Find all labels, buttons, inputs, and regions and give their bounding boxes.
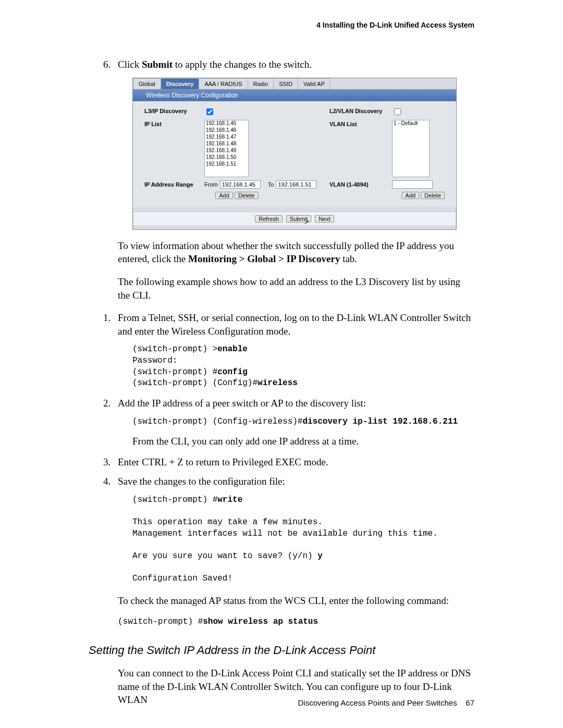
ip-list-select[interactable]: 192.168.1.45 192.168.1.46 192.168.1.47 1… — [204, 120, 249, 177]
ip-range-label: IP Address Range — [144, 180, 204, 188]
step-2: 2. Add the IP address of a peer switch o… — [89, 397, 474, 410]
refresh-button[interactable]: Refresh — [255, 215, 283, 223]
cli-block-1: (switch-prompt) >enable Password: (switc… — [132, 344, 474, 389]
t-b: config — [217, 367, 248, 377]
t: (switch-prompt) (Config-wireless)# — [132, 417, 302, 426]
step-num: 3. — [103, 455, 118, 469]
step-text: Enter CTRL + Z to return to Privileged E… — [118, 455, 474, 469]
para-example: The following example shows how to add a… — [118, 275, 474, 302]
vlan-option[interactable]: 1 - Default — [393, 120, 429, 127]
tab-bar: Global Discovery AAA / RADIUS Radio SSID… — [133, 78, 456, 90]
t: (switch-prompt) > — [132, 344, 217, 354]
from-label: From — [204, 181, 218, 188]
ip-from-input[interactable] — [220, 180, 261, 189]
ip-option[interactable]: 192.168.1.46 — [205, 127, 248, 134]
ip-option[interactable]: 192.168.1.47 — [205, 134, 248, 141]
para-check: To check the managed AP status from the … — [118, 594, 474, 608]
vlan-list-label: VLAN List — [329, 120, 392, 127]
t-b: wireless — [258, 378, 298, 388]
cli-block-2: (switch-prompt) (Config-wireless)#discov… — [132, 416, 474, 428]
ip-option[interactable]: 192.168.1.49 — [205, 147, 248, 154]
ip-option[interactable]: 192.168.1.51 — [205, 161, 248, 168]
t-b: write — [217, 495, 242, 504]
step-1: 1. From a Telnet, SSH, or serial connect… — [89, 311, 474, 338]
tab-global[interactable]: Global — [133, 78, 161, 89]
tab-aaa-radius[interactable]: AAA / RADIUS — [199, 78, 248, 89]
delete-button-left[interactable]: Delete — [235, 192, 259, 199]
step-text: From a Telnet, SSH, or serial connection… — [118, 311, 474, 338]
step-4: 4. Save the changes to the configuration… — [89, 475, 474, 488]
tab-radio[interactable]: Radio — [248, 78, 274, 89]
footer-page: 67 — [466, 698, 474, 707]
next-button[interactable]: Next — [315, 215, 334, 223]
tab-valid-ap[interactable]: Valid AP — [298, 78, 331, 89]
vlan-range-label: VLAN (1-4094) — [329, 180, 392, 188]
t-b: discovery ip-list 192.168.6.211 — [302, 417, 458, 426]
section-heading: Setting the Switch IP Address in the D-L… — [89, 644, 474, 657]
t: Are you sure you want to save? (y/n) — [132, 551, 317, 561]
t-b: show wireless ap status — [203, 617, 318, 626]
t-b: Submit — [142, 59, 173, 70]
step-num: 6. — [103, 58, 118, 71]
t-b: enable — [217, 344, 248, 354]
ip-option[interactable]: 192.168.1.50 — [205, 154, 248, 161]
add-button-left[interactable]: Add — [215, 192, 233, 199]
panel-title: Wireless Discovery Configuration — [133, 90, 456, 101]
ui-screenshot: Global Discovery AAA / RADIUS Radio SSID… — [132, 78, 457, 230]
to-label: To — [268, 181, 274, 188]
ip-option[interactable]: 192.168.1.48 — [205, 141, 248, 147]
ip-list-label: IP List — [144, 120, 204, 127]
step-6: 6. Click Submit to apply the changes to … — [89, 58, 474, 71]
step-text: Click Submit to apply the changes to the… — [118, 58, 474, 71]
t: Management interfaces will not be availa… — [132, 529, 438, 538]
step-num: 1. — [103, 311, 118, 338]
l2-discovery-checkbox[interactable] — [394, 108, 401, 115]
t: tab. — [340, 253, 357, 264]
cli-block-5: (switch-prompt) #show wireless ap status — [118, 616, 474, 628]
footer-text: Discovering Access Points and Peer Switc… — [298, 698, 457, 707]
l3-discovery-label: L3/IP Discovery — [144, 107, 204, 114]
t: (switch-prompt) # — [118, 617, 203, 626]
ip-to-input[interactable] — [276, 180, 316, 189]
para-view-info: To view information about whether the sw… — [118, 239, 474, 266]
page-footer: Discovering Access Points and Peer Switc… — [298, 698, 474, 707]
vlan-input[interactable] — [392, 180, 433, 189]
t-b: Monitoring > Global > IP Discovery — [188, 253, 340, 264]
t: (switch-prompt) (Config)# — [132, 378, 258, 388]
submit-button[interactable]: Submit — [286, 215, 311, 223]
step-3: 3. Enter CTRL + Z to return to Privilege… — [89, 455, 474, 469]
t: Configuration Saved! — [132, 574, 232, 583]
t: This operation may take a few minutes. — [132, 517, 323, 527]
l3-discovery-checkbox[interactable] — [206, 108, 213, 115]
t: Click — [118, 59, 142, 70]
tab-ssid[interactable]: SSID — [273, 78, 298, 89]
step-num: 2. — [103, 397, 118, 410]
t: to apply the changes to the switch. — [173, 59, 312, 70]
t: Password: — [132, 356, 177, 365]
vlan-list-select[interactable]: 1 - Default — [392, 120, 430, 177]
add-button-right[interactable]: Add — [402, 192, 420, 199]
step-2-note: From the CLI, you can only add one IP ad… — [132, 435, 474, 448]
step-text: Add the IP address of a peer switch or A… — [118, 397, 474, 410]
t: (switch-prompt) # — [132, 367, 217, 377]
ip-option[interactable]: 192.168.1.45 — [205, 120, 248, 127]
cli-block-4: (switch-prompt) #write This operation ma… — [132, 495, 474, 585]
t: (switch-prompt) # — [132, 495, 217, 504]
page-header: 4 Installing the D-Link Unified Access S… — [89, 21, 474, 29]
delete-button-right[interactable]: Delete — [421, 192, 445, 199]
step-text: Save the changes to the configuration fi… — [118, 475, 474, 488]
t-b: y — [317, 551, 323, 561]
l2-discovery-label: L2/VLAN Discovery — [329, 107, 392, 114]
step-num: 4. — [103, 475, 118, 488]
tab-discovery[interactable]: Discovery — [161, 78, 200, 89]
